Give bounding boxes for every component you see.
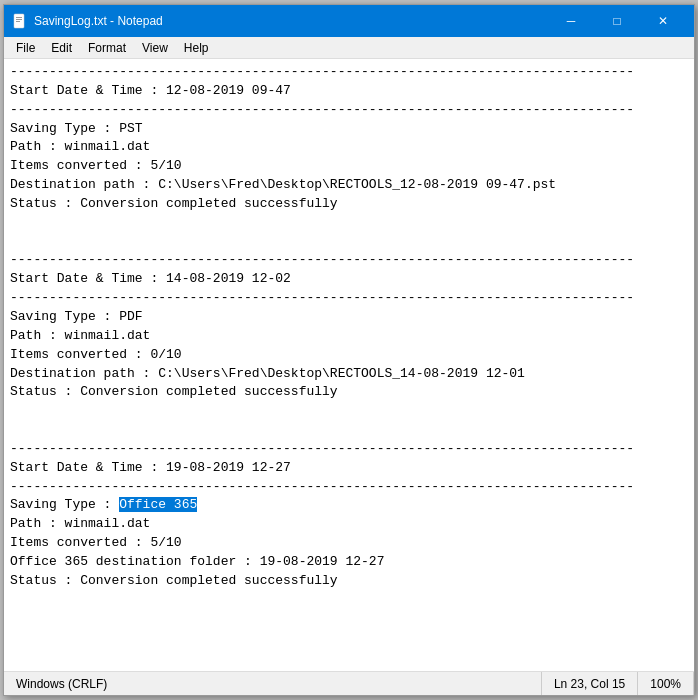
status-position: Ln 23, Col 15	[542, 672, 638, 695]
text-line: Saving Type : PDF	[10, 309, 143, 324]
window-title: SavingLog.txt - Notepad	[34, 14, 548, 28]
notepad-window: SavingLog.txt - Notepad ─ □ ✕ File Edit …	[3, 4, 695, 696]
text-line: Start Date & Time : 19-08-2019 12-27	[10, 460, 291, 475]
menu-format[interactable]: Format	[80, 39, 134, 57]
text-line: Destination path : C:\Users\Fred\Desktop…	[10, 177, 556, 192]
close-button[interactable]: ✕	[640, 5, 686, 37]
menu-bar: File Edit Format View Help	[4, 37, 694, 59]
text-line: Path : winmail.dat	[10, 516, 150, 531]
text-line: Items converted : 5/10	[10, 535, 182, 550]
text-editor[interactable]: ----------------------------------------…	[4, 59, 694, 671]
position-label: Ln 23, Col 15	[554, 677, 625, 691]
text-line: Path : winmail.dat	[10, 328, 150, 343]
text-line: Destination path : C:\Users\Fred\Desktop…	[10, 366, 525, 381]
highlighted-text: Office 365	[119, 497, 197, 512]
text-line: ----------------------------------------…	[10, 479, 634, 494]
text-line: Office 365 destination folder : 19-08-20…	[10, 554, 384, 569]
zoom-label: 100%	[650, 677, 681, 691]
text-line: Items converted : 5/10	[10, 158, 182, 173]
text-line: Saving Type : Office 365	[10, 497, 197, 512]
encoding-label: Windows (CRLF)	[16, 677, 107, 691]
text-line: ----------------------------------------…	[10, 441, 634, 456]
text-line: Saving Type : PST	[10, 121, 143, 136]
text-line: Status : Conversion completed successful…	[10, 196, 338, 211]
content-area[interactable]: ----------------------------------------…	[4, 59, 694, 671]
title-bar: SavingLog.txt - Notepad ─ □ ✕	[4, 5, 694, 37]
minimize-button[interactable]: ─	[548, 5, 594, 37]
status-encoding: Windows (CRLF)	[4, 672, 542, 695]
menu-view[interactable]: View	[134, 39, 176, 57]
maximize-button[interactable]: □	[594, 5, 640, 37]
text-line: Start Date & Time : 14-08-2019 12-02	[10, 271, 291, 286]
svg-rect-2	[16, 19, 22, 20]
menu-edit[interactable]: Edit	[43, 39, 80, 57]
text-line: ----------------------------------------…	[10, 102, 634, 117]
text-line: Status : Conversion completed successful…	[10, 573, 338, 588]
text-line: Status : Conversion completed successful…	[10, 384, 338, 399]
text-line: ----------------------------------------…	[10, 252, 634, 267]
status-zoom: 100%	[638, 672, 694, 695]
text-line: ----------------------------------------…	[10, 290, 634, 305]
text-line: Path : winmail.dat	[10, 139, 150, 154]
text-line: Start Date & Time : 12-08-2019 09-47	[10, 83, 291, 98]
text-line: Items converted : 0/10	[10, 347, 182, 362]
text-line: ----------------------------------------…	[10, 64, 634, 79]
app-icon	[12, 13, 28, 29]
menu-file[interactable]: File	[8, 39, 43, 57]
svg-rect-3	[16, 21, 20, 22]
status-bar: Windows (CRLF) Ln 23, Col 15 100%	[4, 671, 694, 695]
svg-rect-1	[16, 17, 22, 18]
menu-help[interactable]: Help	[176, 39, 217, 57]
window-controls: ─ □ ✕	[548, 5, 686, 37]
